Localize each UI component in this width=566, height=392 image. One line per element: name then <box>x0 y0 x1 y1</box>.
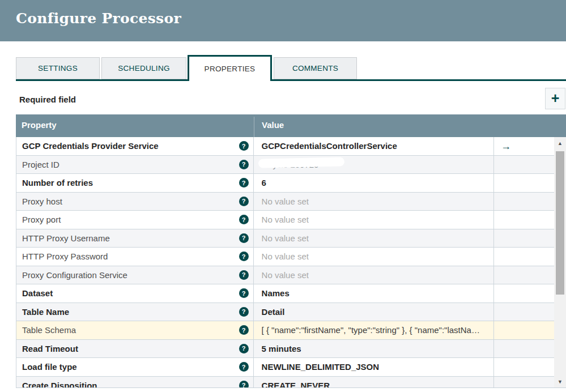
help-icon[interactable]: ? <box>239 197 249 206</box>
scrollbar-thumb[interactable] <box>556 151 564 295</box>
property-name: Number of retries <box>22 178 239 188</box>
row-actions-cell <box>494 193 554 211</box>
property-name-cell: Load file type? <box>16 358 254 376</box>
property-value-cell[interactable]: No value set <box>254 193 495 211</box>
property-name-cell: Read Timeout? <box>16 340 254 358</box>
row-actions-cell <box>494 303 554 321</box>
help-icon[interactable]: ? <box>239 233 249 243</box>
help-icon[interactable]: ? <box>239 215 249 224</box>
scroll-up-button[interactable]: ▲ <box>554 137 566 150</box>
column-header-property: Property <box>22 120 57 130</box>
property-value-cell[interactable]: No value set <box>254 248 495 266</box>
tab-comments-label: COMMENTS <box>292 64 338 73</box>
property-name-cell: Project ID? <box>16 156 254 174</box>
property-value: GCPCredentialsControllerService <box>262 141 397 151</box>
help-icon[interactable]: ? <box>239 141 249 151</box>
scroll-down-button[interactable]: ▼ <box>554 376 566 388</box>
property-value-cell[interactable]: GCPCredentialsControllerService <box>254 137 495 155</box>
property-name-cell: Create Disposition? <box>16 377 254 389</box>
property-row: Proxy port?No value set <box>16 211 554 229</box>
property-name-cell: Proxy host? <box>16 193 254 211</box>
property-name-cell: GCP Credentials Provider Service? <box>16 137 254 155</box>
property-value-cell[interactable]: Detail <box>254 303 495 321</box>
help-icon[interactable]: ? <box>239 362 249 372</box>
scrollbar[interactable]: ▲ ▼ <box>554 137 566 388</box>
property-value-cell[interactable]: 6 <box>254 174 495 192</box>
property-row: Create Disposition?CREATE_NEVER <box>16 377 554 389</box>
property-row: Dataset?Names <box>16 284 554 303</box>
property-value: No value set <box>262 252 309 261</box>
property-value-cell[interactable]: No value set <box>254 229 495 248</box>
help-icon[interactable]: ? <box>239 307 249 317</box>
tab-scheduling-label: SCHEDULING <box>118 64 170 73</box>
help-icon[interactable]: ? <box>239 178 249 188</box>
help-icon[interactable]: ? <box>239 160 249 169</box>
property-name-cell: Proxy port? <box>16 211 254 229</box>
tab-settings[interactable]: SETTINGS <box>16 57 100 79</box>
goto-service-icon[interactable]: → <box>501 141 511 151</box>
property-value: NEWLINE_DELIMITED_JSON <box>262 362 380 372</box>
property-name-cell: HTTP Proxy Username? <box>16 229 254 248</box>
help-icon[interactable]: ? <box>239 381 249 388</box>
property-row: Number of retries?6 <box>16 174 554 193</box>
property-value-cell[interactable]: No value set <box>254 211 495 229</box>
property-name: Proxy host <box>22 197 239 206</box>
property-name: HTTP Proxy Username <box>22 233 239 243</box>
tab-properties[interactable]: PROPERTIES <box>188 55 272 81</box>
row-actions-cell <box>494 358 554 376</box>
property-name-cell: Dataset? <box>16 284 254 302</box>
row-actions-cell <box>494 248 554 266</box>
property-value: 5 minutes <box>262 344 301 353</box>
property-row: Table Name?Detail <box>16 303 554 322</box>
property-value-cell[interactable]: [ { "name":"firstName", "type":"string" … <box>254 321 495 339</box>
property-row: Table Schema?[ { "name":"firstName", "ty… <box>16 321 554 340</box>
redaction-blob <box>258 157 344 168</box>
property-name-cell: Number of retries? <box>16 174 254 192</box>
property-name: Read Timeout <box>22 344 239 353</box>
property-value-cell[interactable]: No value set <box>254 266 495 284</box>
property-name: Project ID <box>22 160 239 169</box>
property-name: Proxy Configuration Service <box>22 270 239 280</box>
property-value-cell[interactable]: NEWLINE_DELIMITED_JSON <box>254 358 495 376</box>
scroll-down-icon: ▼ <box>558 379 563 385</box>
add-property-button[interactable]: + <box>545 88 565 109</box>
property-name: Create Disposition <box>22 381 239 388</box>
row-actions-cell: → <box>494 137 554 155</box>
row-actions-cell <box>494 284 554 302</box>
header-column-divider <box>254 117 254 137</box>
help-icon[interactable]: ? <box>239 344 249 353</box>
row-actions-cell <box>494 156 554 174</box>
property-row: Proxy Configuration Service?No value set <box>16 266 554 285</box>
property-row: Load file type?NEWLINE_DELIMITED_JSON <box>16 358 554 377</box>
property-value-cell[interactable]: n cycle 200720 <box>254 156 495 174</box>
property-name-cell: Table Name? <box>16 303 254 321</box>
help-icon[interactable]: ? <box>239 288 249 298</box>
table-header: Property Value <box>16 114 566 137</box>
property-name: Table Name <box>22 307 239 317</box>
configure-processor-dialog: Configure Processor SETTINGS SCHEDULING … <box>0 0 566 392</box>
property-value-cell[interactable]: CREATE_NEVER <box>254 377 495 389</box>
property-name: Load file type <box>22 362 239 372</box>
property-value-cell[interactable]: Names <box>254 284 495 302</box>
row-actions-cell <box>494 321 554 339</box>
property-value: [ { "name":"firstName", "type":"string" … <box>262 325 480 335</box>
row-actions-cell <box>494 266 554 284</box>
tab-comments[interactable]: COMMENTS <box>274 57 357 79</box>
property-value-cell[interactable]: 5 minutes <box>254 340 495 358</box>
tab-scheduling[interactable]: SCHEDULING <box>101 57 186 79</box>
row-actions-cell <box>494 174 554 192</box>
property-row: Project ID?n cycle 200720 <box>16 156 554 174</box>
property-value: Names <box>262 288 290 298</box>
properties-table: Property Value GCP Credentials Provider … <box>16 114 566 388</box>
property-name: GCP Credentials Provider Service <box>22 141 239 151</box>
property-row: GCP Credentials Provider Service?GCPCred… <box>16 137 554 156</box>
property-name: Table Schema <box>22 325 239 335</box>
row-actions-cell <box>494 377 554 389</box>
help-icon[interactable]: ? <box>239 325 249 335</box>
help-icon[interactable]: ? <box>239 270 249 280</box>
property-row: HTTP Proxy Username?No value set <box>16 229 554 248</box>
property-value: 6 <box>262 178 266 188</box>
help-icon[interactable]: ? <box>239 252 249 261</box>
row-actions-cell <box>494 340 554 358</box>
dialog-title: Configure Processor <box>16 10 181 27</box>
